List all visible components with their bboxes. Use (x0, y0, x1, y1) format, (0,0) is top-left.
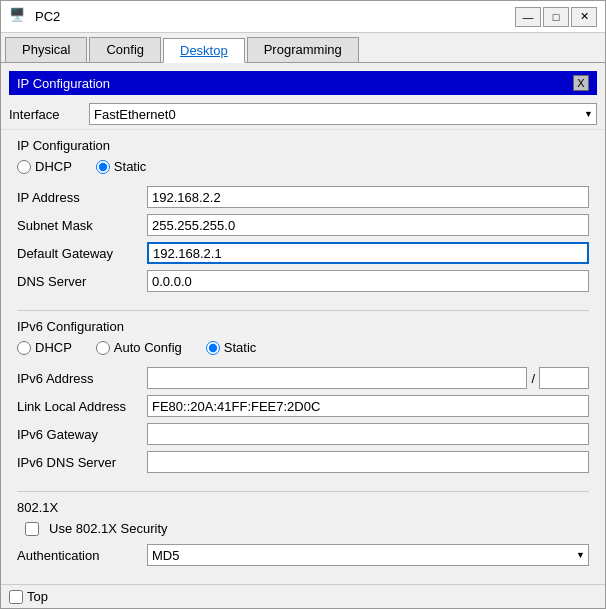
ip-config-header: IP Configuration X (9, 71, 597, 95)
ipv6-dns-input[interactable] (147, 451, 589, 473)
top-checkbox[interactable] (9, 590, 23, 604)
main-window: 🖥️ PC2 — □ ✕ Physical Config Desktop Pro… (0, 0, 606, 609)
subnet-mask-row: Subnet Mask (17, 214, 589, 236)
8021x-checkbox[interactable] (25, 522, 39, 536)
interface-label: Interface (9, 107, 89, 122)
default-gateway-label: Default Gateway (17, 246, 147, 261)
static-label: Static (114, 159, 147, 174)
tab-programming[interactable]: Programming (247, 37, 359, 62)
close-button[interactable]: ✕ (571, 7, 597, 27)
ipv6-radio-row: DHCP Auto Config Static (17, 340, 589, 355)
ipv4-section-header: IP Configuration (17, 138, 589, 153)
interface-row: Interface FastEthernet0 (1, 99, 605, 130)
window-controls: — □ ✕ (515, 7, 597, 27)
ipv6-dns-label: IPv6 DNS Server (17, 455, 147, 470)
tab-physical[interactable]: Physical (5, 37, 87, 62)
auth-row: Authentication MD5 (17, 544, 589, 566)
dhcp-radio[interactable] (17, 160, 31, 174)
ipv6-fields: IPv6 Address / Link Local Address IPv6 G… (1, 363, 605, 483)
ipv6-static-label: Static (224, 340, 257, 355)
default-gateway-input[interactable] (147, 242, 589, 264)
tab-desktop[interactable]: Desktop (163, 38, 245, 63)
tab-bar: Physical Config Desktop Programming (1, 33, 605, 63)
8021x-section-header: 802.1X (17, 500, 589, 515)
link-local-input[interactable] (147, 395, 589, 417)
ip-address-row: IP Address 192.168.2.2 (17, 186, 589, 208)
ipv6-dhcp-radio[interactable] (17, 341, 31, 355)
8021x-label: Use 802.1X Security (49, 521, 168, 536)
dhcp-radio-item[interactable]: DHCP (17, 159, 72, 174)
ip-address-input[interactable]: 192.168.2.2 (147, 186, 589, 208)
dns-server-label: DNS Server (17, 274, 147, 289)
ipv6-dhcp-radio-item[interactable]: DHCP (17, 340, 72, 355)
ipv6-gateway-input[interactable] (147, 423, 589, 445)
ipv6-addr-group: / (147, 367, 589, 389)
ipv6-slash: / (531, 371, 535, 386)
top-label: Top (27, 589, 48, 604)
link-local-label: Link Local Address (17, 399, 147, 414)
app-icon: 🖥️ (9, 7, 29, 27)
ipv6-gateway-label: IPv6 Gateway (17, 427, 147, 442)
auth-select[interactable]: MD5 (147, 544, 589, 566)
window-title: PC2 (35, 9, 515, 24)
static-radio-item[interactable]: Static (96, 159, 147, 174)
ipv6-address-input[interactable] (147, 367, 527, 389)
dhcp-label: DHCP (35, 159, 72, 174)
bottom-padding (1, 576, 605, 584)
auto-config-radio[interactable] (96, 341, 110, 355)
ipv6-gateway-row: IPv6 Gateway (17, 423, 589, 445)
main-scroll-area[interactable]: IP Configuration X Interface FastEtherne… (1, 63, 605, 584)
interface-select[interactable]: FastEthernet0 (89, 103, 597, 125)
tab-config[interactable]: Config (89, 37, 161, 62)
static-radio[interactable] (96, 160, 110, 174)
ipv4-radio-row: DHCP Static (17, 159, 589, 174)
ip-config-close-button[interactable]: X (573, 75, 589, 91)
dns-server-input[interactable] (147, 270, 589, 292)
minimize-button[interactable]: — (515, 7, 541, 27)
ipv4-fields: IP Address 192.168.2.2 Subnet Mask Defau… (1, 182, 605, 302)
subnet-mask-input[interactable] (147, 214, 589, 236)
auto-config-label: Auto Config (114, 340, 182, 355)
status-bar: Top (1, 584, 605, 608)
ip-config-title: IP Configuration (17, 76, 110, 91)
default-gateway-row: Default Gateway (17, 242, 589, 264)
auth-section: Authentication MD5 (1, 540, 605, 576)
subnet-mask-label: Subnet Mask (17, 218, 147, 233)
maximize-button[interactable]: □ (543, 7, 569, 27)
section-divider-2 (17, 491, 589, 492)
ipv6-dhcp-label: DHCP (35, 340, 72, 355)
auto-config-radio-item[interactable]: Auto Config (96, 340, 182, 355)
ip-address-label: IP Address (17, 190, 147, 205)
ipv6-address-label: IPv6 Address (17, 371, 147, 386)
interface-select-wrapper: FastEthernet0 (89, 103, 597, 125)
ipv6-address-row: IPv6 Address / (17, 367, 589, 389)
auth-select-wrapper: MD5 (147, 544, 589, 566)
auth-label: Authentication (17, 548, 147, 563)
ipv6-dns-row: IPv6 DNS Server (17, 451, 589, 473)
ipv6-section-header: IPv6 Configuration (17, 319, 589, 334)
ipv6-static-radio-item[interactable]: Static (206, 340, 257, 355)
8021x-checkbox-row: Use 802.1X Security (25, 521, 589, 536)
dns-server-row: DNS Server (17, 270, 589, 292)
ipv6-static-radio[interactable] (206, 341, 220, 355)
ipv6-prefix-input[interactable] (539, 367, 589, 389)
title-bar: 🖥️ PC2 — □ ✕ (1, 1, 605, 33)
link-local-row: Link Local Address (17, 395, 589, 417)
section-divider (17, 310, 589, 311)
